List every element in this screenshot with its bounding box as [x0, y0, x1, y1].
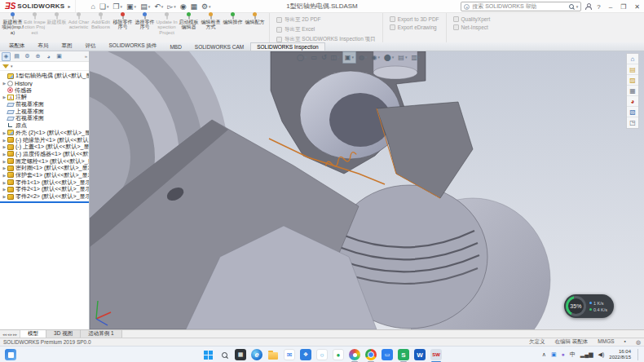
- tree-item[interactable]: 原点: [2, 122, 89, 130]
- dropdown-caret-icon[interactable]: ▾: [121, 2, 123, 11]
- ribbon-button[interactable]: 编辑检查方式: [200, 13, 222, 42]
- dropdown-caret-icon[interactable]: ▾: [107, 2, 109, 11]
- word-app-icon[interactable]: W: [414, 349, 426, 360]
- filter-funnel-icon[interactable]: [2, 64, 9, 68]
- help-button[interactable]: ?: [594, 3, 602, 11]
- graphics-viewport[interactable]: ◯▾ ▭ ↺ ◫▾ ▣▾ ◍▾ ◉▾ ⬤▾ ▤▾ ▥▾: [90, 51, 644, 329]
- close-button[interactable]: ✕: [632, 3, 642, 11]
- ribbon-button[interactable]: 新建检查项目(imp.fa): [2, 13, 24, 42]
- command-tab[interactable]: 评估: [79, 41, 103, 51]
- search-dropdown-caret-icon[interactable]: ▾: [576, 4, 579, 9]
- cloud-app-icon[interactable]: ○: [316, 349, 328, 360]
- dropdown-caret-icon[interactable]: ▾: [365, 52, 368, 63]
- pinwheel-app-icon[interactable]: [349, 349, 360, 360]
- expand-arrow-icon[interactable]: ▶: [2, 187, 7, 192]
- tab-scroll-arrow-icon[interactable]: ▸: [11, 332, 13, 337]
- dropdown-caret-icon[interactable]: ▾: [148, 2, 151, 11]
- expand-arrow-icon[interactable]: ▶: [2, 194, 7, 199]
- task-view-button[interactable]: ▦: [235, 349, 246, 360]
- export-menu-item[interactable]: Net-Inspect: [453, 24, 491, 30]
- expand-arrow-icon[interactable]: ▶: [2, 152, 7, 157]
- ribbon-button[interactable]: Add Characteristic: [68, 13, 90, 42]
- previous-view-icon[interactable]: ↺: [320, 52, 329, 63]
- tree-item[interactable]: 上视基准面: [2, 108, 89, 115]
- file-explorer-icon[interactable]: ▨: [627, 75, 638, 86]
- search-icon[interactable]: [569, 4, 574, 9]
- dropdown-caret-icon[interactable]: ▾: [377, 52, 380, 63]
- quick-access-button[interactable]: ▣▾: [125, 2, 138, 11]
- search-button[interactable]: [218, 349, 230, 360]
- export-menu-item[interactable]: QualityXpert: [453, 16, 491, 22]
- quick-access-button[interactable]: ⚙▾: [200, 2, 213, 11]
- dropdown-caret-icon[interactable]: ▾: [392, 52, 395, 63]
- design-library-icon[interactable]: ▤: [627, 64, 638, 75]
- show-desktop-button[interactable]: [637, 349, 639, 360]
- export-menu-item[interactable]: Export to 3D PDF: [390, 16, 439, 22]
- apply-scene-icon[interactable]: ▤▾: [396, 52, 408, 63]
- view-settings-icon[interactable]: ▥▾: [409, 52, 421, 63]
- dropdown-caret-icon[interactable]: ▾: [135, 2, 137, 11]
- edit-appearance-icon[interactable]: ⬤▾: [382, 52, 395, 63]
- command-tab[interactable]: SOLIDWORKS Inspection: [250, 42, 325, 51]
- tree-item[interactable]: ▶ 固定螺栓<1> (默认<<默认>_显示状: [2, 157, 89, 165]
- displaymanager-tab[interactable]: ◕: [44, 52, 53, 61]
- command-tab[interactable]: 布局: [32, 41, 55, 51]
- ribbon-button[interactable]: Add/Edit Balloons: [90, 13, 112, 42]
- command-tab[interactable]: MBD: [163, 42, 187, 51]
- quick-access-button[interactable]: ↶▾: [152, 2, 165, 11]
- edge-icon[interactable]: e: [251, 349, 262, 360]
- quick-access-button[interactable]: ❐▾: [112, 2, 125, 11]
- hide-show-items-icon[interactable]: ◉▾: [369, 52, 382, 63]
- weather-tray-icon[interactable]: ●: [562, 351, 565, 359]
- tree-item[interactable]: ▶ (-) 温度传感器<1> (默认<<默认>_: [2, 151, 89, 158]
- pack-and-go-icon[interactable]: ◳: [627, 117, 638, 128]
- tree-item[interactable]: ▶ 零件2<2> (默认<<默认>_显示状态: [2, 193, 89, 200]
- ribbon-button[interactable]: 选择零件序号: [134, 13, 156, 42]
- tab-scroll-arrow-icon[interactable]: ◂◂: [2, 332, 7, 337]
- file-explorer-icon[interactable]: [267, 349, 279, 360]
- dropdown-caret-icon[interactable]: ▾: [209, 2, 211, 11]
- status-globe-icon[interactable]: ◍: [636, 339, 641, 346]
- featuremanager-tab[interactable]: ◈: [2, 52, 11, 61]
- security-tray-icon[interactable]: ▣: [551, 351, 557, 359]
- search-scope-icon[interactable]: ▾: [464, 4, 470, 10]
- tree-item[interactable]: ▶ 注解: [2, 94, 89, 101]
- expand-arrow-icon[interactable]: ▶: [2, 95, 7, 99]
- mail-icon[interactable]: ✉: [284, 349, 295, 360]
- performance-float-widget[interactable]: 35% 1 K/s 0.4 K/s: [564, 294, 614, 318]
- ime-indicator[interactable]: 中: [570, 351, 576, 359]
- minimize-button[interactable]: –: [607, 3, 615, 11]
- expand-arrow-icon[interactable]: ▶: [2, 180, 7, 185]
- expand-arrow-icon[interactable]: ▶: [2, 159, 7, 164]
- command-tab[interactable]: SOLIDWORKS CAM: [188, 42, 250, 51]
- store-icon[interactable]: ❖: [300, 349, 311, 360]
- quick-access-button[interactable]: ⌂: [89, 2, 96, 11]
- quick-access-button[interactable]: ▻▾: [165, 2, 177, 11]
- view-tab[interactable]: 3D 视图: [46, 330, 81, 338]
- ribbon-button[interactable]: 编辑操作: [222, 13, 244, 42]
- dropdown-caret-icon[interactable]: ▾: [418, 52, 421, 63]
- zoom-area-icon[interactable]: ▭: [309, 52, 319, 63]
- dropdown-caret-icon[interactable]: ▾: [351, 52, 354, 63]
- quick-access-button[interactable]: ◉: [179, 2, 188, 11]
- ribbon-button[interactable]: Update Inspection Project: [156, 13, 178, 42]
- taskbar-clock[interactable]: 16:04 2022/8/15: [609, 349, 631, 360]
- tab-scroll-arrow-icon[interactable]: ▸▸: [13, 332, 17, 337]
- ribbon-button[interactable]: 新建模板: [46, 13, 68, 42]
- expand-arrow-icon[interactable]: ▶: [2, 166, 7, 170]
- dropdown-caret-icon[interactable]: ▾: [405, 52, 408, 63]
- menu-flyout-arrow-icon[interactable]: ▸: [68, 3, 70, 9]
- view-orientation-icon[interactable]: ▣▾: [342, 51, 356, 64]
- start-button[interactable]: [202, 349, 214, 360]
- tree-item[interactable]: 1型铝轴热电偶 (默认<默认_显示状态-1: [2, 73, 89, 80]
- custom-properties-icon[interactable]: ▧: [627, 107, 638, 117]
- tree-item[interactable]: ▶ 零件2<1> (默认<<默认>_显示状态: [2, 186, 89, 193]
- tree-item[interactable]: ▶ (-) 上盖<1> (默认<<默认>_显示状: [2, 143, 89, 151]
- search-input[interactable]: 搜索 SOLIDWORKS 帮助: [472, 2, 566, 11]
- quick-access-button[interactable]: ▤▾: [139, 2, 152, 11]
- quick-access-button[interactable]: ▦: [189, 2, 200, 11]
- tree-item[interactable]: ▶ 外壳 (2)<1> (默认<<默认>_显示状: [2, 130, 89, 137]
- section-view-icon[interactable]: ◫▾: [329, 52, 342, 63]
- panel-flyout-chevron-icon[interactable]: »: [85, 54, 87, 59]
- hidden-icons-chevron[interactable]: ∧: [542, 351, 546, 359]
